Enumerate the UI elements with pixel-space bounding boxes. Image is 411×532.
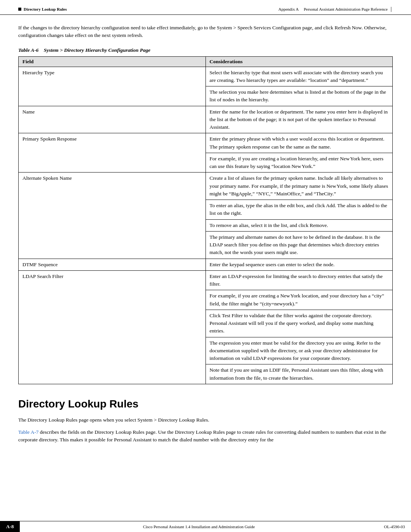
consideration-cell: Click Test Filter to validate that the f… [206,310,393,337]
page-header: Directory Lookup Rules Appendix A Person… [0,0,411,15]
field-cell: DTMF Sequence [19,259,206,270]
table-caption-label: Table A-6 [18,47,38,53]
table-a7-link[interactable]: Table A-7 [18,429,38,435]
bullet-icon [18,8,21,11]
table-caption: Table A-6 System > Directory Hierarchy C… [18,47,393,53]
consideration-cell: Create a list of aliases for the primary… [206,173,393,200]
main-content: If the changes to the directory hierarch… [0,15,411,444]
header-section-label: Directory Lookup Rules [24,7,67,11]
table-caption-title: System > Directory Hierarchy Configurati… [44,47,150,53]
consideration-cell: Enter an LDAP expression for limiting th… [206,270,393,290]
col-header-considerations: Considerations [206,56,393,67]
field-cell: Name [19,106,206,133]
header-right: Appendix A Personal Assistant Administra… [279,7,393,11]
table-row: LDAP Search FilterEnter an LDAP expressi… [19,270,393,290]
consideration-cell: Enter the keypad sequence users can ente… [206,259,393,270]
footer-center-text: Cisco Personal Assistant 1.4 Installatio… [20,521,378,532]
consideration-cell: Enter the name for the location or depar… [206,106,393,133]
field-cell: LDAP Search Filter [19,270,206,384]
consideration-cell: The selection you make here determines w… [206,86,393,106]
consideration-cell: Enter the primary phrase with which a us… [206,133,393,153]
consideration-cell: The primary and alternate names do not h… [206,231,393,259]
intro-paragraph: If the changes to the directory hierarch… [18,24,393,40]
consideration-cell: To remove an alias, select it in the lis… [206,219,393,231]
field-cell: Hierarchy Type [19,67,206,106]
table-row: Hierarchy TypeSelect the hierarchy type … [19,67,393,86]
table-row: Primary Spoken ResponseEnter the primary… [19,133,393,153]
footer-page-label: A-8 [0,521,20,532]
section-heading: Directory Lookup Rules [18,398,393,410]
consideration-cell: To enter an alias, type the alias in the… [206,200,393,220]
header-left: Directory Lookup Rules [18,7,67,11]
section-para-1: The Directory Lookup Rules page opens wh… [18,416,393,424]
field-cell: Alternate Spoken Name [19,173,206,259]
consideration-cell: Select the hierarchy type that most user… [206,67,393,86]
consideration-cell: For example, if you are creating a New Y… [206,290,393,310]
table-row: DTMF SequenceEnter the keypad sequence u… [19,259,393,270]
consideration-cell: For example, if you are creating a locat… [206,153,393,173]
col-header-field: Field [19,56,206,67]
page-ref-label: Personal Assistant Administration Page R… [304,7,388,11]
appendix-label: Appendix A [279,7,299,11]
consideration-cell: Note that if you are using an LDIF file,… [206,364,393,384]
section-para-2-text: describes the fields on the Directory Lo… [18,429,386,443]
table-row: Alternate Spoken NameCreate a list of al… [19,173,393,200]
page-footer: A-8 Cisco Personal Assistant 1.4 Install… [0,521,411,532]
consideration-cell: The expression you enter must be valid f… [206,337,393,364]
table-header-row: Field Considerations [19,56,393,67]
configuration-table: Field Considerations Hierarchy TypeSelec… [18,56,393,384]
footer-right-text: OL-4590-03 [378,521,411,532]
section-para-2: Table A-7 describes the fields on the Di… [18,428,393,444]
field-cell: Primary Spoken Response [19,133,206,173]
table-row: NameEnter the name for the location or d… [19,106,393,133]
